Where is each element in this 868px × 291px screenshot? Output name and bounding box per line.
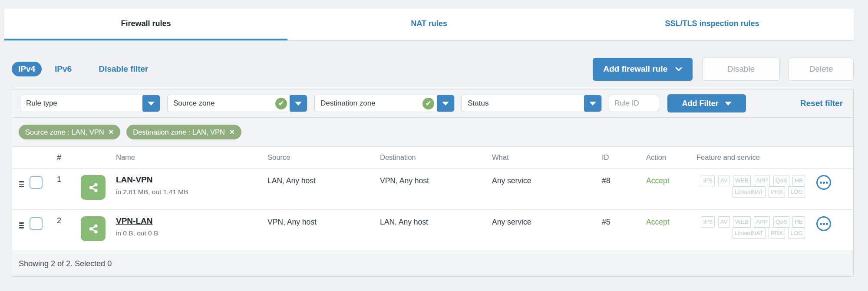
showing-summary: Showing 2 of 2. Selected 0 — [19, 259, 112, 268]
col-header-what: What — [492, 153, 602, 162]
col-header-num: # — [48, 153, 70, 162]
feature-badge: HB — [792, 175, 805, 186]
tab-firewall-rules[interactable]: Firewall rules — [4, 9, 287, 40]
rule-id: #5 — [602, 216, 646, 227]
firewall-rules-page: Firewall rules NAT rules SSL/TLS inspect… — [0, 0, 868, 291]
dropdown-caret-icon[interactable] — [142, 95, 160, 112]
add-firewall-rule-button[interactable]: Add firewall rule — [593, 58, 693, 81]
share-icon — [87, 222, 100, 235]
rule-action: Accept — [646, 216, 696, 227]
col-header-id: ID — [602, 153, 646, 162]
rules-panel: Rule type Source zone ✔ Destination zone… — [12, 89, 854, 277]
table-footer: Showing 2 of 2. Selected 0 — [12, 251, 853, 276]
remove-chip-icon[interactable]: ✕ — [229, 128, 235, 136]
delete-button[interactable]: Delete — [789, 58, 854, 81]
remove-chip-icon[interactable]: ✕ — [109, 128, 114, 136]
rule-name-link[interactable]: VPN-LAN — [116, 216, 152, 226]
add-filter-label: Add Filter — [682, 99, 719, 108]
rule-source: LAN, Any host — [267, 175, 380, 185]
drag-handle-icon[interactable] — [19, 181, 27, 187]
tab-ssl-tls-inspection-rules[interactable]: SSL/TLS inspection rules — [571, 9, 854, 40]
filter-bar: Rule type Source zone ✔ Destination zone… — [12, 89, 853, 118]
rule-traffic: in 0 B, out 0 B — [116, 229, 267, 237]
feature-badge: AV — [718, 216, 730, 228]
chip-label: Destination zone : LAN, VPN — [133, 128, 225, 136]
tab-nat-rules[interactable]: NAT rules — [287, 9, 571, 40]
feature-badge: IPS — [701, 216, 715, 228]
dropdown-caret-icon[interactable] — [584, 95, 601, 112]
add-filter-button[interactable]: Add Filter — [667, 94, 746, 112]
active-filter-chips: Source zone : LAN, VPN ✕ Destination zon… — [12, 118, 853, 147]
destination-zone-chip: Destination zone : LAN, VPN ✕ — [126, 125, 241, 139]
feature-badge: APP — [754, 216, 770, 228]
feature-badge: LOG — [788, 186, 805, 198]
feature-badges: IPS AV WEB APP QoS HB LinkedNAT PRX LOG — [696, 216, 816, 239]
table-header-row: # Name Source Destination What ID Action… — [12, 147, 853, 169]
col-header-destination: Destination — [380, 153, 492, 162]
rule-type-label: Rule type — [20, 99, 142, 108]
rule-id: #8 — [602, 175, 646, 185]
row-number: 2 — [48, 216, 70, 225]
reset-filter-link[interactable]: Reset filter — [800, 99, 845, 108]
rule-destination: VPN, Any host — [380, 175, 492, 185]
rule-action: Accept — [646, 175, 696, 185]
feature-badge: WEB — [733, 216, 751, 228]
feature-badge: WEB — [733, 175, 751, 186]
source-zone-label: Source zone — [168, 99, 275, 108]
feature-badge: HB — [792, 216, 805, 228]
table-row: 1 LAN-VPN in 2.81 MB, out 1.41 MB LAN, A… — [12, 169, 853, 210]
col-header-name: Name — [109, 153, 267, 162]
feature-badge: LinkedNAT — [733, 228, 766, 239]
status-label: Status — [462, 99, 584, 108]
col-header-source: Source — [267, 153, 380, 162]
feature-badge: QoS — [773, 175, 789, 186]
feature-badge: LOG — [788, 228, 805, 239]
col-header-feature: Feature and service — [696, 153, 816, 162]
rule-what: Any service — [492, 175, 602, 185]
rule-source: VPN, Any host — [267, 216, 380, 227]
share-zone-icon — [81, 175, 106, 200]
chevron-down-icon — [675, 66, 682, 73]
table-row: 2 VPN-LAN in 0 B, out 0 B VPN, Any host … — [12, 210, 853, 251]
status-dropdown[interactable]: Status — [462, 95, 602, 112]
drag-handle-icon[interactable] — [19, 222, 27, 228]
ipv6-toggle[interactable]: IPv6 — [55, 64, 72, 74]
row-checkbox[interactable] — [30, 176, 43, 189]
row-menu-button[interactable] — [816, 216, 831, 231]
feature-badge: QoS — [773, 216, 789, 228]
check-circle-icon: ✔ — [422, 98, 434, 109]
source-zone-dropdown[interactable]: Source zone ✔ — [167, 95, 307, 112]
source-zone-chip: Source zone : LAN, VPN ✕ — [19, 125, 120, 139]
chip-label: Source zone : LAN, VPN — [25, 128, 104, 136]
destination-zone-dropdown[interactable]: Destination zone ✔ — [314, 95, 455, 112]
caret-down-icon — [725, 102, 732, 106]
row-menu-button[interactable] — [816, 175, 831, 190]
col-header-action: Action — [646, 153, 696, 162]
rules-tabbar: Firewall rules NAT rules SSL/TLS inspect… — [4, 9, 854, 41]
feature-badges: IPS AV WEB APP QoS HB LinkedNAT PRX LOG — [696, 175, 816, 198]
disable-filter-link[interactable]: Disable filter — [99, 64, 148, 74]
feature-badge: IPS — [701, 175, 715, 186]
feature-badge: LinkedNAT — [733, 186, 766, 198]
add-firewall-rule-label: Add firewall rule — [603, 64, 667, 74]
feature-badge: PRX — [769, 228, 785, 239]
disable-button[interactable]: Disable — [702, 58, 780, 81]
controls-row: IPv4 IPv6 Disable filter Add firewall ru… — [12, 54, 854, 84]
rule-type-dropdown[interactable]: Rule type — [20, 95, 160, 112]
rule-what: Any service — [492, 216, 602, 227]
dropdown-caret-icon[interactable] — [437, 95, 454, 112]
row-checkbox[interactable] — [30, 217, 43, 230]
share-zone-icon — [81, 216, 106, 241]
check-circle-icon: ✔ — [275, 98, 287, 109]
rule-traffic: in 2.81 MB, out 1.41 MB — [116, 188, 267, 196]
share-icon — [87, 181, 100, 194]
row-number: 1 — [48, 175, 70, 184]
dropdown-caret-icon[interactable] — [290, 95, 307, 112]
rule-id-input[interactable] — [609, 95, 659, 112]
rule-name-link[interactable]: LAN-VPN — [116, 175, 152, 185]
feature-badge: PRX — [769, 186, 785, 198]
rule-destination: LAN, Any host — [380, 216, 492, 227]
feature-badge: APP — [754, 175, 770, 186]
ipv4-toggle[interactable]: IPv4 — [12, 62, 42, 76]
destination-zone-label: Destination zone — [315, 99, 422, 108]
